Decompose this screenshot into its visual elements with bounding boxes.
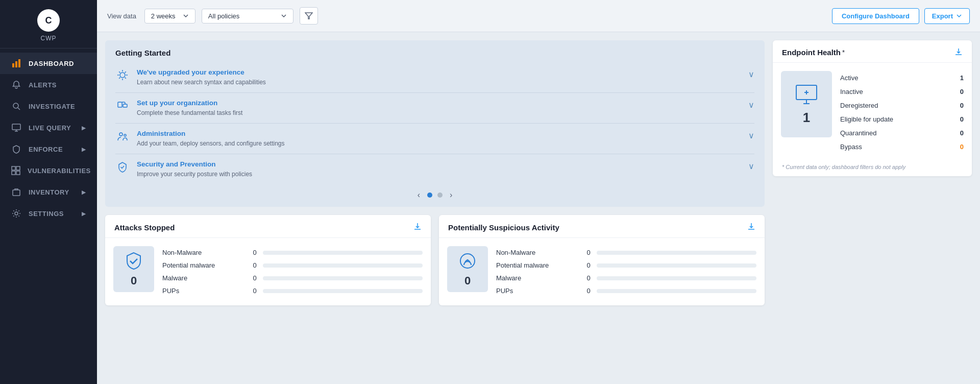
svg-point-26 [119, 133, 122, 136]
endpoint-health-footer: * Current data only; dashboard filters d… [773, 162, 972, 176]
pagination-next-button[interactable]: › [448, 190, 454, 200]
view-data-label: View data [107, 12, 136, 20]
configure-dashboard-button[interactable]: Configure Dashboard [832, 8, 919, 24]
sidebar-item-alerts[interactable]: ALERTS [0, 74, 97, 95]
stat-row: Malware 0 [162, 272, 423, 284]
download-icon[interactable] [413, 222, 422, 232]
gs-item-setup-link[interactable]: Set up your organization [137, 99, 741, 107]
suspicious-activity-rows: Non-Malware 0 Potential malware 0 Malwar… [496, 246, 756, 297]
sidebar-item-label: SETTINGS [29, 210, 64, 218]
filter-icon [305, 12, 313, 20]
svg-line-21 [125, 78, 126, 79]
svg-marker-14 [305, 13, 312, 19]
gear-icon [11, 209, 21, 218]
download-icon[interactable] [747, 222, 755, 232]
gs-item-upgrade[interactable]: We've upgraded your experience Learn abo… [115, 62, 754, 93]
gs-item-setup-desc: Complete these fundamental tasks first [137, 109, 242, 116]
left-column: Getting Started We've upgraded your expe… [105, 40, 765, 376]
chevron-right-icon: ▶ [82, 189, 86, 195]
endpoint-health-asterisk: * [842, 49, 845, 56]
sidebar-item-investigate[interactable]: INVESTIGATE [0, 95, 97, 117]
endpoint-health-card: Endpoint Health * [773, 40, 972, 176]
org-name: CWP [41, 35, 57, 42]
gs-item-security-text: Security and Prevention Improve your sec… [137, 160, 741, 178]
sidebar-logo: C CWP [0, 0, 97, 49]
sidebar-item-label: INVESTIGATE [29, 103, 75, 110]
attacks-stopped-header: Attacks Stopped [105, 215, 431, 238]
suspicious-activity-count: 0 [464, 274, 471, 287]
topbar: View data 2 weeks All policies Configure… [97, 0, 980, 32]
svg-rect-0 [12, 63, 14, 67]
org-icon [115, 100, 130, 111]
chevron-down-icon: ∨ [748, 100, 754, 110]
chevron-down-icon: ∨ [748, 69, 754, 79]
sidebar-item-dashboard[interactable]: DASHBOARD [0, 53, 97, 74]
svg-line-23 [119, 78, 120, 79]
stat-row: PUPs 0 [496, 284, 756, 297]
pagination-dot-1[interactable] [427, 193, 432, 198]
gs-item-security[interactable]: Security and Prevention Improve your sec… [115, 154, 754, 184]
export-button[interactable]: Export [924, 8, 970, 24]
download-icon[interactable] [954, 47, 963, 57]
gs-item-admin-link[interactable]: Administration [137, 130, 741, 137]
pagination: ‹ › [105, 184, 765, 207]
sidebar-item-enforce[interactable]: ENFORCE ▶ [0, 138, 97, 160]
svg-point-31 [467, 259, 468, 260]
gs-item-upgrade-desc: Learn about new search syntax and capabi… [137, 79, 266, 86]
svg-point-15 [120, 73, 125, 78]
gs-item-setup[interactable]: Set up your organization Complete these … [115, 93, 754, 124]
shield-check-icon [124, 251, 144, 271]
gs-item-security-link[interactable]: Security and Prevention [137, 160, 741, 168]
avatar: C [37, 9, 60, 32]
pagination-dot-2[interactable] [437, 193, 443, 198]
filter-button[interactable] [300, 7, 318, 25]
svg-rect-9 [16, 166, 20, 170]
attacks-stopped-title: Attacks Stopped [114, 223, 175, 232]
sidebar-item-vulnerabilities[interactable]: VULNERABILITIES [0, 160, 97, 181]
bottom-row: Attacks Stopped 0 [105, 215, 765, 305]
sidebar-item-label: ENFORCE [29, 146, 63, 153]
pagination-prev-button[interactable]: ‹ [415, 190, 422, 200]
svg-point-3 [13, 103, 18, 108]
svg-rect-24 [118, 102, 122, 107]
attacks-stopped-card: Attacks Stopped 0 [105, 215, 431, 305]
getting-started-items: We've upgraded your experience Learn abo… [105, 62, 765, 184]
gs-item-admin[interactable]: Administration Add your team, deploy sen… [115, 124, 754, 154]
svg-rect-10 [12, 171, 15, 175]
svg-rect-8 [12, 166, 15, 170]
box-icon [11, 187, 21, 197]
gs-item-upgrade-text: We've upgraded your experience Learn abo… [137, 68, 741, 86]
attacks-stopped-icon-box: 0 [113, 246, 154, 292]
endpoint-health-rows: Active 1 Inactive 0 Deregistered 0 Eli [840, 71, 964, 154]
sidebar: C CWP DASHBOARD ALERTS INVESTIGATE [0, 0, 97, 384]
sidebar-item-inventory[interactable]: INVENTORY ▶ [0, 181, 97, 203]
sidebar-item-live-query[interactable]: LIVE QUERY ▶ [0, 117, 97, 138]
sidebar-item-label: INVENTORY [29, 188, 69, 196]
svg-rect-5 [12, 124, 20, 130]
svg-line-20 [119, 71, 120, 73]
time-range-dropdown[interactable]: 2 weeks [144, 9, 195, 23]
fingerprint-icon [457, 251, 478, 271]
right-column: Endpoint Health * [773, 40, 972, 376]
gs-item-security-desc: Improve your security posture with polic… [137, 171, 252, 178]
chevron-right-icon: ▶ [82, 125, 86, 131]
monitor-icon [11, 123, 21, 132]
suspicious-activity-header: Potentially Suspicious Activity [439, 215, 765, 238]
topbar-actions: Configure Dashboard Export [832, 8, 970, 24]
sidebar-item-label: ALERTS [29, 81, 57, 89]
policy-filter-value: All policies [208, 12, 239, 20]
stat-row: Non-Malware 0 [496, 246, 756, 259]
eh-row-quarantined: Quarantined 0 [840, 126, 964, 140]
gs-item-upgrade-link[interactable]: We've upgraded your experience [137, 68, 741, 76]
main-content: View data 2 weeks All policies Configure… [97, 0, 980, 384]
eh-row-eligible: Eligible for update 0 [840, 112, 964, 126]
endpoint-health-count: 1 [803, 110, 810, 126]
gs-item-setup-text: Set up your organization Complete these … [137, 99, 741, 117]
stat-row: PUPs 0 [162, 284, 423, 297]
suspicious-activity-icon-box: 0 [447, 246, 488, 292]
chevron-down-icon: ∨ [748, 161, 754, 171]
getting-started-card: Getting Started We've upgraded your expe… [105, 40, 765, 207]
grid-icon [11, 166, 20, 175]
sidebar-item-settings[interactable]: SETTINGS ▶ [0, 203, 97, 224]
policy-filter-dropdown[interactable]: All policies [202, 9, 293, 23]
